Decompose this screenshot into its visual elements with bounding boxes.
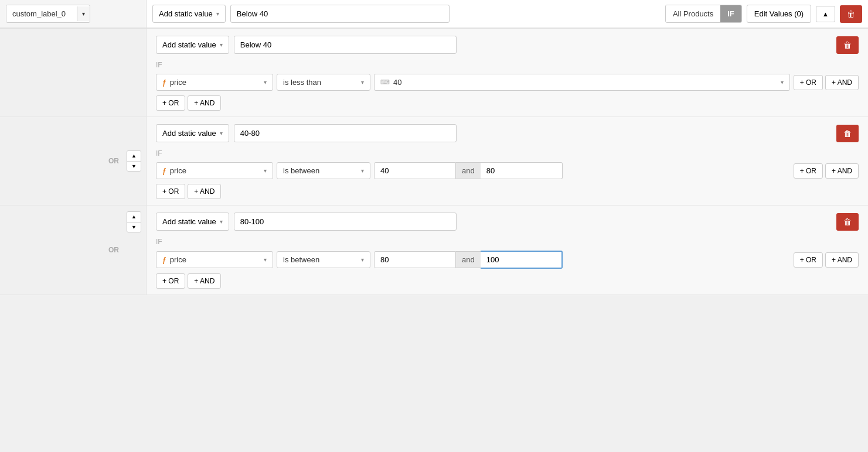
- section-3-operator-select[interactable]: is between ▾: [277, 251, 370, 268]
- section-3-field-arrow: ▾: [264, 256, 267, 263]
- section-2-and-separator: and: [456, 162, 481, 179]
- edit-values-button[interactable]: Edit Values (0): [747, 5, 811, 23]
- section-1-operator-value: is less than: [283, 78, 321, 87]
- section-2-operator-select[interactable]: is between ▾: [277, 162, 370, 179]
- move-up-button[interactable]: ▲: [816, 6, 835, 22]
- section-1-or-label: OR: [806, 78, 816, 87]
- section-1-add-static-arrow: ▾: [220, 42, 223, 48]
- section-2-header: Add static value ▾ 🗑: [156, 124, 859, 142]
- section-3-bottom-or-button[interactable]: OR: [156, 273, 185, 289]
- section-2-field-arrow: ▾: [264, 167, 267, 174]
- section-2-bottom-or-button[interactable]: OR: [156, 184, 185, 199]
- section-2-reorder-arrows: ▲ ▼: [127, 150, 141, 172]
- custom-label-value: custom_label_0: [6, 5, 77, 22]
- section-1-bottom-and-button[interactable]: AND: [188, 95, 221, 111]
- custom-label-arrow[interactable]: ▾: [77, 6, 90, 21]
- section-3-if-label: IF: [156, 238, 859, 246]
- section-3-reorder-arrows: ▲ ▼: [127, 211, 141, 232]
- section-3-and-separator: and: [456, 251, 481, 268]
- section-3-and-button[interactable]: AND: [825, 252, 859, 268]
- section-3-header: Add static value ▾ 🗑: [156, 213, 859, 231]
- section-1-delete-button[interactable]: 🗑: [836, 36, 859, 54]
- section-3-or-and-group: OR AND: [794, 252, 859, 268]
- section-1-and-label: AND: [838, 78, 852, 87]
- section-2-bottom-or-and: OR AND: [156, 184, 859, 199]
- section-3-value2-input[interactable]: [481, 251, 563, 269]
- custom-label-select[interactable]: custom_label_0 ▾: [6, 5, 90, 23]
- section-1-bottom-or-and: OR AND: [156, 95, 859, 111]
- section-1-operator-arrow: ▾: [361, 79, 364, 85]
- section-3-bottom-and-button[interactable]: AND: [188, 273, 221, 289]
- section-2-content: Add static value ▾ 🗑 IF ƒ price ▾ is bet…: [147, 117, 868, 205]
- section-3-or-label: OR: [806, 256, 816, 264]
- section-3-or-button[interactable]: OR: [794, 252, 823, 268]
- section-1-bottom-or-button[interactable]: OR: [156, 95, 185, 111]
- section-3-add-static-arrow: ▾: [220, 218, 223, 225]
- section-2-and-label: AND: [838, 167, 852, 175]
- section-2-field-select[interactable]: ƒ price ▾: [156, 162, 273, 179]
- section-1-field-value: price: [170, 78, 186, 87]
- section-2-field-value: price: [170, 166, 186, 175]
- section-2-value-input[interactable]: [234, 124, 457, 142]
- section-3-add-static-label: Add static value: [162, 217, 216, 226]
- section-1-field-arrow: ▾: [264, 79, 267, 85]
- section-2-down-arrow[interactable]: ▼: [127, 162, 141, 172]
- section-1-if-label: IF: [156, 61, 859, 69]
- delete-top-button[interactable]: 🗑: [840, 5, 862, 23]
- section-2-or-button[interactable]: OR: [794, 163, 823, 179]
- section-1-operator-select[interactable]: is less than ▾: [277, 74, 370, 91]
- section-3-and-label: AND: [838, 256, 852, 264]
- section-3-down-arrow[interactable]: ▼: [127, 222, 141, 232]
- add-static-value-button[interactable]: Add static value ▾: [152, 5, 226, 23]
- section-1-add-static-label: Add static value: [162, 40, 216, 49]
- section-3-content: Add static value ▾ 🗑 IF ƒ price ▾ is bet…: [147, 206, 868, 295]
- section-1-add-static-button[interactable]: Add static value ▾: [156, 36, 229, 54]
- section-3-condition-row: ƒ price ▾ is between ▾ and OR AND: [156, 251, 859, 269]
- section-3-between-values: and: [374, 251, 790, 269]
- section-1-field-icon: ƒ: [162, 78, 166, 87]
- section-3-value1-input[interactable]: [374, 251, 456, 268]
- section-1-bottom-or-label: OR: [168, 99, 179, 107]
- section-2-field-icon: ƒ: [162, 167, 166, 175]
- section-3-value-input[interactable]: [234, 213, 457, 231]
- section-2-bottom-and-button[interactable]: AND: [188, 184, 221, 199]
- section-3-operator-value: is between: [283, 255, 319, 264]
- all-products-label: All Products: [666, 5, 720, 22]
- section-2-or-connector: OR: [108, 156, 119, 166]
- section-3-field-icon: ƒ: [162, 256, 166, 264]
- section-2-add-static-label: Add static value: [162, 129, 216, 138]
- section-3-delete-button[interactable]: 🗑: [836, 213, 859, 231]
- below-40-input[interactable]: [230, 5, 450, 23]
- section-1-bottom-and-label: AND: [200, 99, 215, 107]
- section-3-or-connector: OR: [108, 245, 119, 255]
- section-2-up-arrow[interactable]: ▲: [127, 151, 141, 162]
- section-2-and-button[interactable]: AND: [825, 163, 859, 179]
- section-3-up-arrow[interactable]: ▲: [127, 212, 141, 222]
- section-3: OR ▲ ▼ Add static value ▾ 🗑 IF ƒ price ▾…: [0, 206, 868, 295]
- section-1-field-select[interactable]: ƒ price ▾: [156, 74, 273, 91]
- section-1-left: [0, 29, 147, 117]
- section-2-value1-input[interactable]: [374, 162, 456, 179]
- section-3-field-select[interactable]: ƒ price ▾: [156, 251, 273, 268]
- section-2-value2-input[interactable]: [481, 162, 563, 179]
- section-2-left: OR ▲ ▼: [0, 117, 147, 205]
- top-row: custom_label_0 ▾ Add static value ▾ All …: [0, 0, 868, 29]
- top-left-section: custom_label_0 ▾: [0, 0, 147, 28]
- add-static-arrow: ▾: [216, 11, 219, 17]
- section-2-add-static-button[interactable]: Add static value ▾: [156, 124, 229, 142]
- section-3-bottom-and-label: AND: [200, 277, 215, 285]
- if-badge: IF: [720, 5, 741, 22]
- top-right-section: Add static value ▾ All Products IF Edit …: [147, 0, 868, 28]
- section-3-left: OR ▲ ▼: [0, 206, 147, 295]
- section-3-add-static-button[interactable]: Add static value ▾: [156, 213, 229, 231]
- section-1-value-select[interactable]: ⌨ 40 ▾: [374, 74, 790, 91]
- section-2-operator-value: is between: [283, 166, 319, 175]
- section-3-bottom-or-and: OR AND: [156, 273, 859, 289]
- section-2-if-label: IF: [156, 149, 859, 157]
- section-1-kb-icon: ⌨: [380, 78, 390, 86]
- add-static-label: Add static value: [159, 9, 213, 18]
- section-2-delete-button[interactable]: 🗑: [836, 125, 859, 142]
- section-1-value-input[interactable]: [234, 36, 457, 54]
- section-1-and-button[interactable]: AND: [825, 75, 859, 90]
- section-1-or-button[interactable]: OR: [794, 75, 823, 90]
